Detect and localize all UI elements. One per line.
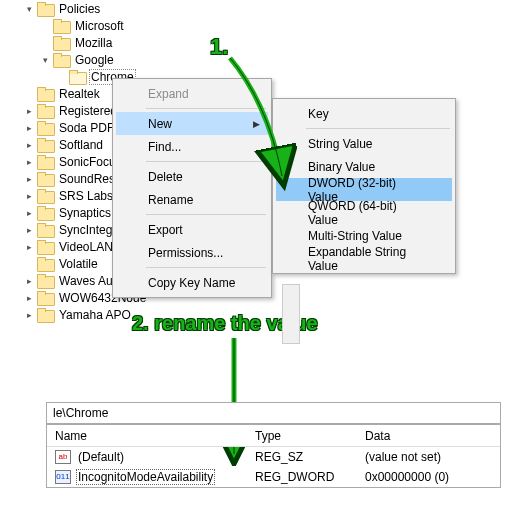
folder-icon	[37, 206, 53, 219]
tree-node[interactable]: Microsoft	[0, 17, 300, 34]
folder-icon	[53, 53, 69, 66]
menu-separator	[146, 108, 266, 109]
folder-icon	[37, 2, 53, 15]
chevron-right-icon[interactable]: ▸	[24, 309, 35, 320]
tree-node-label: Synaptics	[57, 206, 113, 220]
expander-none	[40, 20, 51, 31]
tree-node-label: Yamaha APO	[57, 308, 133, 322]
menu-item[interactable]: New▶	[116, 112, 268, 135]
chevron-down-icon[interactable]: ▾	[40, 54, 51, 65]
col-header-data[interactable]: Data	[357, 429, 500, 443]
tree-node[interactable]: ▾Policies	[0, 0, 300, 17]
tree-node[interactable]: ▾Google	[0, 51, 300, 68]
folder-icon	[69, 70, 85, 83]
context-menu[interactable]: ExpandNew▶Find...DeleteRenameExportPermi…	[112, 78, 272, 298]
tree-node-label: Google	[73, 53, 116, 67]
folder-icon	[37, 223, 53, 236]
menu-item-label: Key	[308, 107, 329, 121]
value-type: REG_SZ	[247, 450, 357, 464]
tree-node-label: VideoLAN	[57, 240, 115, 254]
chevron-right-icon[interactable]: ▸	[24, 292, 35, 303]
menu-item-label: Copy Key Name	[148, 276, 235, 290]
expander-none	[40, 37, 51, 48]
menu-separator	[306, 128, 450, 129]
menu-item-label: Rename	[148, 193, 193, 207]
expander-none	[24, 258, 35, 269]
folder-icon	[37, 87, 53, 100]
col-header-name[interactable]: Name	[47, 429, 247, 443]
col-header-type[interactable]: Type	[247, 429, 357, 443]
folder-icon	[37, 240, 53, 253]
menu-item-label: Binary Value	[308, 160, 375, 174]
chevron-right-icon[interactable]: ▸	[24, 190, 35, 201]
menu-item-label: Expandable String Value	[308, 245, 428, 273]
menu-item[interactable]: Expandable String Value	[276, 247, 452, 270]
folder-icon	[37, 257, 53, 270]
chevron-right-icon[interactable]: ▸	[24, 173, 35, 184]
menu-item-label: Expand	[148, 87, 189, 101]
tree-node-label: Policies	[57, 2, 102, 16]
submenu-arrow-icon: ▶	[253, 119, 260, 129]
menu-item-label: String Value	[308, 137, 372, 151]
list-row[interactable]: 011IncognitoModeAvailabilityREG_DWORD0x0…	[47, 467, 500, 487]
list-row[interactable]: ab(Default)REG_SZ(value not set)	[47, 447, 500, 467]
chevron-right-icon[interactable]: ▸	[24, 122, 35, 133]
folder-icon	[37, 104, 53, 117]
menu-item[interactable]: Copy Key Name	[116, 271, 268, 294]
new-submenu[interactable]: KeyString ValueBinary ValueDWORD (32-bit…	[272, 98, 456, 274]
folder-icon	[53, 36, 69, 49]
folder-icon	[37, 121, 53, 134]
menu-item-label: Multi-String Value	[308, 229, 402, 243]
value-type: REG_DWORD	[247, 470, 357, 484]
menu-item[interactable]: Rename	[116, 188, 268, 211]
chevron-right-icon[interactable]: ▸	[24, 275, 35, 286]
tree-node-label: SRS Labs	[57, 189, 115, 203]
folder-icon	[37, 138, 53, 151]
tree-node-label: Volatile	[57, 257, 100, 271]
tree-node-label: Mozilla	[73, 36, 114, 50]
binary-value-icon: 011	[55, 470, 71, 484]
menu-separator	[146, 161, 266, 162]
value-data: 0x00000000 (0)	[357, 470, 500, 484]
chevron-down-icon[interactable]: ▾	[24, 3, 35, 14]
menu-item: Expand	[116, 82, 268, 105]
expander-none	[56, 71, 67, 82]
expander-none	[24, 88, 35, 99]
tree-node[interactable]: Mozilla	[0, 34, 300, 51]
chevron-right-icon[interactable]: ▸	[24, 241, 35, 252]
string-value-icon: ab	[55, 450, 71, 464]
menu-item-label: Export	[148, 223, 183, 237]
chevron-right-icon[interactable]: ▸	[24, 105, 35, 116]
menu-item[interactable]: Export	[116, 218, 268, 241]
value-name: (Default)	[76, 450, 126, 464]
menu-item[interactable]: Key	[276, 102, 452, 125]
menu-item[interactable]: Find...	[116, 135, 268, 158]
value-data: (value not set)	[357, 450, 500, 464]
folder-icon	[37, 172, 53, 185]
menu-item[interactable]: Delete	[116, 165, 268, 188]
annotation-step1: 1.	[210, 34, 228, 60]
chevron-right-icon[interactable]: ▸	[24, 139, 35, 150]
menu-item-label: Permissions...	[148, 246, 223, 260]
menu-item[interactable]: String Value	[276, 132, 452, 155]
values-list[interactable]: Name Type Data ab(Default)REG_SZ(value n…	[46, 424, 501, 488]
chevron-right-icon[interactable]: ▸	[24, 224, 35, 235]
chevron-right-icon[interactable]: ▸	[24, 156, 35, 167]
path-text: le\Chrome	[53, 406, 108, 420]
menu-item-label: QWORD (64-bit) Value	[308, 199, 428, 227]
tree-scrollbar[interactable]	[282, 284, 300, 344]
chevron-right-icon[interactable]: ▸	[24, 207, 35, 218]
folder-icon	[53, 19, 69, 32]
tree-node-label: Realtek	[57, 87, 102, 101]
folder-icon	[37, 189, 53, 202]
menu-item[interactable]: QWORD (64-bit) Value	[276, 201, 452, 224]
path-bar[interactable]: le\Chrome	[46, 402, 501, 424]
menu-separator	[146, 214, 266, 215]
list-header[interactable]: Name Type Data	[47, 425, 500, 447]
folder-icon	[37, 291, 53, 304]
menu-item[interactable]: Permissions...	[116, 241, 268, 264]
menu-separator	[146, 267, 266, 268]
value-name: IncognitoModeAvailability	[76, 469, 215, 485]
folder-icon	[37, 308, 53, 321]
menu-item-label: Find...	[148, 140, 181, 154]
